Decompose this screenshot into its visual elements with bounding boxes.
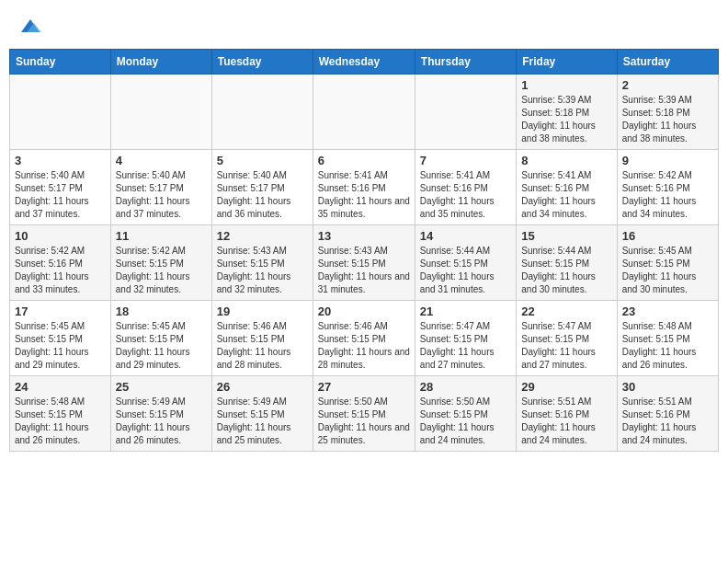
calendar-header-row: SundayMondayTuesdayWednesdayThursdayFrid… (10, 50, 719, 75)
daylight-text: Daylight: 11 hours and 28 minutes. (217, 347, 291, 370)
sunrise-text: Sunrise: 5:44 AM (420, 246, 490, 256)
day-number: 22 (521, 304, 611, 318)
day-info: Sunrise: 5:44 AM Sunset: 5:15 PM Dayligh… (521, 245, 611, 296)
daylight-text: Daylight: 11 hours and 36 minutes. (217, 196, 291, 219)
calendar-cell: 23 Sunrise: 5:48 AM Sunset: 5:15 PM Dayl… (617, 301, 718, 376)
daylight-text: Daylight: 11 hours and 38 minutes. (622, 121, 697, 144)
calendar-cell: 13 Sunrise: 5:43 AM Sunset: 5:15 PM Dayl… (313, 225, 415, 301)
day-number: 28 (420, 380, 511, 394)
day-info: Sunrise: 5:45 AM Sunset: 5:15 PM Dayligh… (116, 320, 207, 372)
daylight-text: Daylight: 11 hours and 34 minutes. (521, 196, 596, 219)
sunset-text: Sunset: 5:15 PM (116, 334, 184, 344)
sunrise-text: Sunrise: 5:42 AM (116, 246, 186, 256)
calendar-cell: 21 Sunrise: 5:47 AM Sunset: 5:15 PM Dayl… (415, 301, 516, 376)
sunset-text: Sunset: 5:15 PM (521, 259, 589, 269)
sunset-text: Sunset: 5:15 PM (318, 334, 386, 344)
sunrise-text: Sunrise: 5:41 AM (318, 170, 388, 180)
calendar-cell: 15 Sunrise: 5:44 AM Sunset: 5:15 PM Dayl… (517, 225, 617, 301)
daylight-text: Daylight: 11 hours and 29 minutes. (15, 347, 89, 370)
day-number: 17 (15, 304, 106, 318)
sunrise-text: Sunrise: 5:45 AM (116, 321, 186, 331)
sunset-text: Sunset: 5:15 PM (116, 259, 184, 269)
day-number: 16 (622, 229, 713, 243)
sunset-text: Sunset: 5:15 PM (15, 409, 83, 419)
calendar-cell: 3 Sunrise: 5:40 AM Sunset: 5:17 PM Dayli… (10, 150, 111, 225)
sunset-text: Sunset: 5:18 PM (622, 108, 690, 118)
day-info: Sunrise: 5:41 AM Sunset: 5:16 PM Dayligh… (318, 169, 410, 221)
sunset-text: Sunset: 5:16 PM (15, 259, 83, 269)
sunset-text: Sunset: 5:16 PM (521, 183, 589, 193)
sunset-text: Sunset: 5:15 PM (622, 259, 690, 269)
day-header-saturday: Saturday (617, 50, 718, 75)
day-number: 3 (15, 154, 106, 167)
calendar-cell: 6 Sunrise: 5:41 AM Sunset: 5:16 PM Dayli… (313, 150, 415, 225)
calendar-cell: 28 Sunrise: 5:50 AM Sunset: 5:15 PM Dayl… (415, 376, 516, 452)
sunset-text: Sunset: 5:15 PM (15, 334, 83, 344)
sunrise-text: Sunrise: 5:45 AM (622, 246, 692, 256)
sunrise-text: Sunrise: 5:40 AM (116, 170, 186, 180)
calendar-cell: 8 Sunrise: 5:41 AM Sunset: 5:16 PM Dayli… (517, 150, 617, 225)
day-info: Sunrise: 5:46 AM Sunset: 5:15 PM Dayligh… (217, 320, 308, 372)
sunrise-text: Sunrise: 5:51 AM (622, 396, 692, 407)
day-info: Sunrise: 5:50 AM Sunset: 5:15 PM Dayligh… (420, 396, 511, 447)
calendar-cell: 17 Sunrise: 5:45 AM Sunset: 5:15 PM Dayl… (10, 301, 111, 376)
calendar-cell (211, 75, 313, 150)
daylight-text: Daylight: 11 hours and 24 minutes. (420, 422, 495, 445)
sunset-text: Sunset: 5:16 PM (521, 409, 589, 419)
day-info: Sunrise: 5:47 AM Sunset: 5:15 PM Dayligh… (521, 320, 611, 372)
sunrise-text: Sunrise: 5:41 AM (521, 170, 591, 180)
calendar-cell: 19 Sunrise: 5:46 AM Sunset: 5:15 PM Dayl… (211, 301, 313, 376)
logo (14, 14, 43, 40)
sunrise-text: Sunrise: 5:49 AM (217, 396, 287, 407)
sunset-text: Sunset: 5:15 PM (521, 334, 589, 344)
day-info: Sunrise: 5:45 AM Sunset: 5:15 PM Dayligh… (622, 245, 713, 296)
sunset-text: Sunset: 5:17 PM (116, 183, 184, 193)
day-info: Sunrise: 5:42 AM Sunset: 5:15 PM Dayligh… (116, 245, 207, 296)
day-number: 30 (622, 380, 713, 394)
daylight-text: Daylight: 11 hours and 33 minutes. (15, 271, 89, 294)
day-number: 21 (420, 304, 511, 318)
day-header-thursday: Thursday (415, 50, 516, 75)
day-info: Sunrise: 5:49 AM Sunset: 5:15 PM Dayligh… (217, 396, 308, 447)
daylight-text: Daylight: 11 hours and 24 minutes. (622, 422, 697, 445)
sunrise-text: Sunrise: 5:49 AM (116, 396, 186, 407)
calendar-cell: 7 Sunrise: 5:41 AM Sunset: 5:16 PM Dayli… (415, 150, 516, 225)
sunrise-text: Sunrise: 5:46 AM (318, 321, 388, 331)
daylight-text: Daylight: 11 hours and 32 minutes. (116, 271, 190, 294)
daylight-text: Daylight: 11 hours and 37 minutes. (116, 196, 190, 219)
daylight-text: Daylight: 11 hours and 27 minutes. (521, 347, 596, 370)
sunset-text: Sunset: 5:15 PM (622, 334, 690, 344)
calendar-week-row: 17 Sunrise: 5:45 AM Sunset: 5:15 PM Dayl… (10, 301, 719, 376)
day-info: Sunrise: 5:42 AM Sunset: 5:16 PM Dayligh… (622, 169, 713, 221)
sunset-text: Sunset: 5:16 PM (622, 183, 690, 193)
calendar-cell: 12 Sunrise: 5:43 AM Sunset: 5:15 PM Dayl… (211, 225, 313, 301)
daylight-text: Daylight: 11 hours and 26 minutes. (622, 347, 697, 370)
day-number: 10 (15, 229, 106, 243)
daylight-text: Daylight: 11 hours and 26 minutes. (15, 422, 89, 445)
day-info: Sunrise: 5:45 AM Sunset: 5:15 PM Dayligh… (15, 320, 106, 372)
sunrise-text: Sunrise: 5:45 AM (15, 321, 85, 331)
page-header (9, 9, 719, 40)
day-number: 19 (217, 304, 308, 318)
calendar-cell: 25 Sunrise: 5:49 AM Sunset: 5:15 PM Dayl… (110, 376, 211, 452)
calendar-cell: 5 Sunrise: 5:40 AM Sunset: 5:17 PM Dayli… (211, 150, 313, 225)
calendar-cell: 18 Sunrise: 5:45 AM Sunset: 5:15 PM Dayl… (110, 301, 211, 376)
day-number: 6 (318, 154, 410, 167)
sunset-text: Sunset: 5:17 PM (15, 183, 83, 193)
sunset-text: Sunset: 5:16 PM (420, 183, 488, 193)
day-number: 29 (521, 380, 611, 394)
sunrise-text: Sunrise: 5:40 AM (15, 170, 85, 180)
daylight-text: Daylight: 11 hours and 35 minutes. (420, 196, 495, 219)
calendar-cell: 1 Sunrise: 5:39 AM Sunset: 5:18 PM Dayli… (517, 75, 617, 150)
day-number: 12 (217, 229, 308, 243)
calendar-week-row: 10 Sunrise: 5:42 AM Sunset: 5:16 PM Dayl… (10, 225, 719, 301)
calendar-cell: 22 Sunrise: 5:47 AM Sunset: 5:15 PM Dayl… (517, 301, 617, 376)
sunset-text: Sunset: 5:16 PM (318, 183, 386, 193)
sunset-text: Sunset: 5:15 PM (420, 259, 488, 269)
sunrise-text: Sunrise: 5:48 AM (622, 321, 692, 331)
day-number: 23 (622, 304, 713, 318)
calendar-table: SundayMondayTuesdayWednesdayThursdayFrid… (9, 49, 719, 452)
day-info: Sunrise: 5:43 AM Sunset: 5:15 PM Dayligh… (217, 245, 308, 296)
calendar-cell: 26 Sunrise: 5:49 AM Sunset: 5:15 PM Dayl… (211, 376, 313, 452)
sunset-text: Sunset: 5:17 PM (217, 183, 285, 193)
